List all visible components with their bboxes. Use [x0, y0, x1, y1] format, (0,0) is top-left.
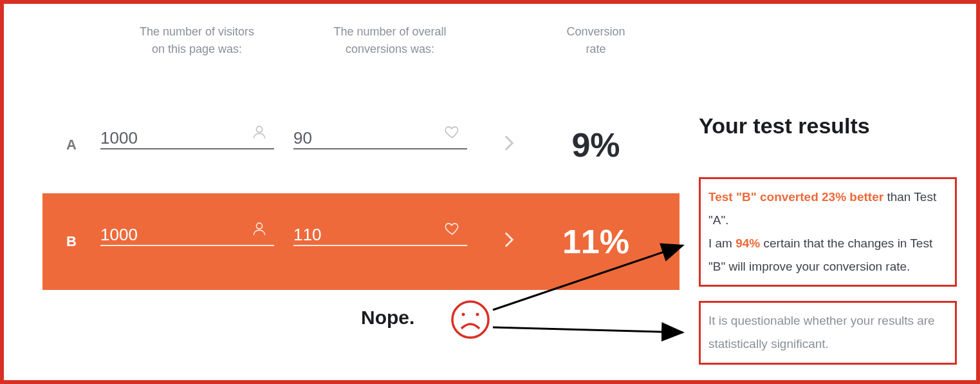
row-b-rate: 11%	[532, 222, 660, 261]
results-panel: Your test results Test "B" converted 23%…	[680, 4, 976, 380]
annotation-nope: Nope.	[361, 307, 414, 329]
screenshot-frame: The number of visitors on this page was:…	[0, 0, 980, 384]
results-title: Your test results	[699, 113, 957, 139]
results-callout-secondary: It is questionable whether your results …	[699, 301, 957, 364]
svg-point-1	[256, 223, 262, 229]
row-a-rate: 9%	[532, 126, 660, 164]
row-b-visitors-field[interactable]: 1000	[100, 213, 293, 271]
row-a-conversions-field[interactable]: 90	[293, 117, 486, 174]
header-rate: Conversion rate	[532, 23, 660, 58]
header-conversions-line2: conversions was:	[293, 41, 486, 58]
column-headers: The number of visitors on this page was:…	[42, 23, 680, 58]
results-line3: It is questionable whether your results …	[708, 314, 935, 350]
chevron-right-icon	[486, 134, 532, 157]
svg-point-0	[256, 126, 262, 132]
heart-icon	[444, 124, 461, 143]
header-visitors-line1: The number of visitors	[100, 23, 293, 41]
row-b: B 1000 110	[42, 193, 680, 290]
header-rate-line2: rate	[532, 41, 660, 58]
row-a: A 1000 90	[42, 97, 680, 193]
header-visitors-line2: on this page was:	[100, 41, 293, 58]
header-conversions: The number of overall conversions was:	[293, 23, 486, 58]
results-line1-highlight: Test "B" converted 23% better	[708, 190, 883, 204]
row-a-label: A	[42, 137, 100, 153]
content: The number of visitors on this page was:…	[4, 4, 976, 380]
header-conversions-line1: The number of overall	[293, 23, 486, 41]
row-b-conversions-field[interactable]: 110	[293, 213, 486, 271]
results-callout-primary: Test "B" converted 23% better than Test …	[699, 177, 957, 287]
header-visitors: The number of visitors on this page was:	[100, 23, 293, 58]
user-icon	[251, 124, 268, 143]
results-line2-pre: I am	[708, 236, 735, 250]
left-panel: The number of visitors on this page was:…	[4, 4, 680, 380]
row-b-label: B	[42, 233, 100, 250]
results-line2-highlight: 94%	[735, 236, 760, 250]
user-icon	[251, 220, 268, 240]
heart-icon	[444, 220, 461, 240]
header-rate-line1: Conversion	[532, 23, 660, 41]
chevron-right-icon	[486, 231, 532, 253]
row-a-visitors-field[interactable]: 1000	[100, 117, 293, 174]
